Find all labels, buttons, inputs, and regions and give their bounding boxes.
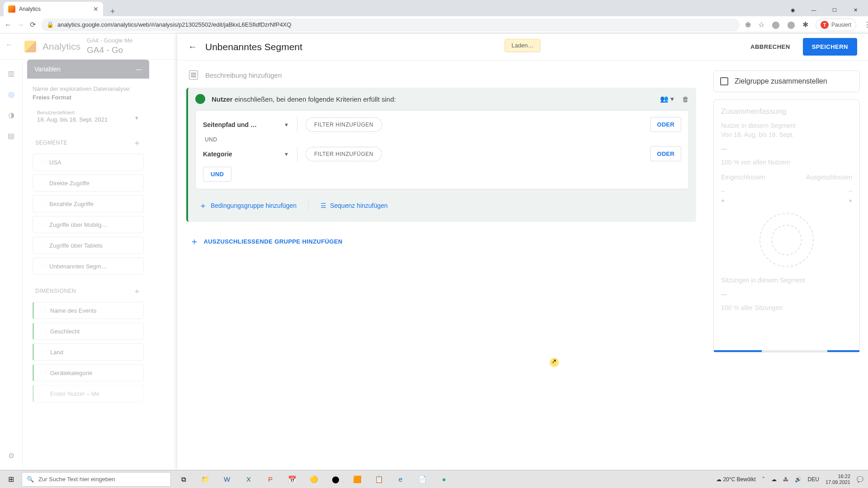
windows-taskbar: ⊞ 🔍 Zur Suche Text hier eingeben ⧉ 📁 W X… (0, 470, 868, 488)
favicon-icon (8, 5, 15, 13)
avatar: T (821, 21, 829, 29)
summary-title: Zusammenfassung (721, 107, 852, 116)
translate-icon[interactable]: ⬤ (772, 20, 780, 29)
browser-tab[interactable]: Analytics ✕ (4, 2, 103, 16)
or-button[interactable]: ODER (650, 117, 681, 132)
mouse-cursor-icon (549, 357, 560, 368)
word-icon[interactable]: W (217, 472, 237, 487)
account-visitor-icon[interactable]: ◉ (783, 4, 803, 16)
add-filter-button[interactable]: FILTER HINZUFÜGEN (306, 117, 382, 132)
taskbar-search-placeholder: Zur Suche Text hier eingeben (38, 476, 115, 483)
plus-icon: ＋ (199, 200, 207, 211)
modal-title[interactable]: Unbenanntes Segment (205, 42, 302, 52)
checkbox-icon[interactable] (720, 77, 728, 85)
sequence-icon: ☰ (321, 202, 326, 209)
bookmark-star-icon[interactable]: ☆ (758, 20, 764, 29)
and-button[interactable]: UND (203, 167, 231, 182)
document-icon (189, 70, 198, 80)
dimension-selector[interactable]: Seitenpfad und … ▼ (203, 121, 289, 128)
description-field[interactable]: Beschreibung hinzufügen (186, 70, 696, 80)
delete-group-icon[interactable]: 🗑 (682, 95, 689, 103)
add-filter-button[interactable]: FILTER HINZUFÜGEN (306, 147, 382, 161)
language-indicator[interactable]: DEU (808, 476, 819, 483)
taskbar-search[interactable]: 🔍 Zur Suche Text hier eingeben (22, 472, 171, 487)
tray-chevron-icon[interactable]: ˄ (762, 476, 765, 483)
build-audience-toggle[interactable]: Zielgruppe zusammenstellen (713, 70, 860, 92)
window-maximize-button[interactable]: ☐ (825, 4, 844, 16)
include-group: Nutzer einschließen, bei denen folgende … (186, 88, 696, 222)
kebab-menu-icon[interactable]: ⋮ (863, 20, 868, 29)
onedrive-icon[interactable]: ☁ (771, 476, 777, 483)
dimension-selector[interactable]: Kategorie ▼ (203, 150, 289, 158)
summary-pct-users: 100 % von allen Nutzern (721, 158, 852, 167)
summary-users-label: Nutzer in diesem Segment (721, 122, 852, 131)
add-sequence-button[interactable]: ☰ Sequenz hinzufügen (321, 200, 388, 211)
volume-icon[interactable]: 🔊 (795, 476, 802, 483)
new-tab-button[interactable]: ＋ (103, 5, 122, 16)
scope-selector[interactable]: 👥 ▾ (660, 95, 674, 103)
loading-toast: Laden… (505, 39, 540, 52)
cancel-button[interactable]: ABBRECHEN (745, 39, 796, 55)
chevron-down-icon: ▾ (670, 95, 674, 103)
summary-sessions-label: Sitzungen in diesem Segment (721, 276, 852, 285)
summary-excluded-label: Ausgeschlossen (806, 174, 852, 181)
calendar-icon[interactable]: 📅 (282, 472, 302, 487)
donut-chart-placeholder (760, 213, 814, 267)
window-minimize-button[interactable]: — (804, 4, 824, 16)
spotify-icon[interactable]: ● (434, 472, 454, 487)
user-icon: 👥 (660, 95, 669, 103)
powerpoint-icon[interactable]: P (260, 472, 280, 487)
add-condition-group-button[interactable]: ＋ Bedingungsgruppe hinzufügen (199, 200, 297, 211)
condition-card: Seitenpfad und … ▼ FILTER HINZUFÜGEN ODE… (195, 110, 689, 189)
search-icon: 🔍 (27, 476, 34, 483)
chevron-down-icon: ▼ (284, 122, 289, 127)
lock-icon: 🔒 (47, 21, 54, 28)
summary-sessions-value: – (721, 288, 852, 300)
chevron-down-icon: ▼ (284, 151, 289, 157)
app-icon[interactable]: 📋 (369, 472, 389, 487)
notifications-icon[interactable]: 💬 (857, 476, 863, 483)
start-button[interactable]: ⊞ (0, 470, 22, 488)
app-icon[interactable]: 🟧 (347, 472, 367, 487)
loading-bar (714, 350, 859, 352)
summary-date-line: Von 18. Aug. bis 16. Sept. (721, 131, 852, 140)
summary-included-value: – (721, 187, 725, 194)
window-close-button[interactable]: ✕ (845, 4, 865, 16)
audience-label: Zielgruppe zusammenstellen (735, 77, 827, 85)
explorer-icon[interactable]: 📁 (195, 472, 215, 487)
group-marker-icon (195, 94, 205, 104)
close-tab-icon[interactable]: ✕ (93, 5, 99, 13)
or-button[interactable]: ODER (650, 146, 681, 161)
notepad-icon[interactable]: 📄 (412, 472, 432, 487)
tab-title: Analytics (19, 6, 41, 12)
network-icon[interactable]: 🖧 (783, 476, 788, 483)
nav-forward-icon[interactable]: → (17, 21, 24, 29)
plus-icon: ＋ (190, 235, 199, 248)
nav-back-icon[interactable]: ← (5, 21, 12, 29)
nav-reload-icon[interactable]: ⟳ (30, 20, 36, 29)
zoom-icon[interactable]: ⊕ (745, 20, 751, 29)
extensions-icon[interactable]: ✱ (802, 20, 808, 29)
group-title: Nutzer einschließen, bei denen folgende … (212, 95, 396, 103)
weather-widget[interactable]: ☁ 20°C Bewölkt (716, 476, 756, 483)
summary-users-value: – (721, 143, 852, 155)
address-bar[interactable]: 🔒 analytics.google.com/analytics/web/#/a… (41, 19, 740, 31)
segment-editor-modal: ← Unbenanntes Segment ABBRECHEN SPEICHER… (177, 33, 868, 470)
summary-excluded-value: – (849, 187, 852, 194)
add-exclude-group-button[interactable]: ＋ AUSZUSCHLIESSENDE GRUPPE HINZUFÜGEN (186, 235, 696, 248)
description-placeholder: Beschreibung hinzufügen (205, 71, 282, 79)
url-text: analytics.google.com/analytics/web/#/ana… (57, 21, 291, 28)
profile-badge[interactable]: T Pausiert (816, 19, 856, 31)
obs-icon[interactable]: ⬤ (326, 472, 345, 487)
excel-icon[interactable]: X (239, 472, 259, 487)
summary-pct-sessions: 100 % aller Sitzungen (721, 304, 852, 313)
chrome-icon[interactable]: 🟡 (304, 472, 324, 487)
save-button[interactable]: SPEICHERN (803, 38, 857, 56)
task-view-icon[interactable]: ⧉ (174, 472, 193, 487)
clock[interactable]: 16:22 17.09.2021 (826, 474, 850, 485)
modal-back-icon[interactable]: ← (188, 42, 197, 52)
reader-icon[interactable]: ⬤ (787, 20, 795, 29)
summary-card: Zusammenfassung Nutzer in diesem Segment… (713, 99, 860, 352)
edge-icon[interactable]: e (391, 472, 410, 487)
and-connector: UND (205, 136, 681, 143)
